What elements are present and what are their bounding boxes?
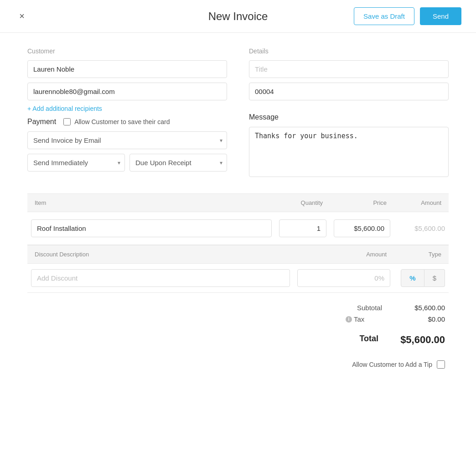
table-row: $5,600.00: [27, 212, 449, 245]
discount-table: Discount Description Amount Type % $: [27, 245, 449, 292]
tax-label: Tax: [354, 315, 364, 323]
main-content: Customer + Add additional recipients Pay…: [0, 33, 476, 383]
tax-value: $0.00: [404, 315, 445, 323]
terms-select[interactable]: Due Upon Receipt Net 15 Net 30 Net 60: [129, 154, 227, 172]
invoice-number-input[interactable]: [249, 83, 449, 100]
customer-inputs: + Add additional recipients: [27, 60, 227, 112]
close-icon: ×: [19, 11, 25, 21]
customer-section: Customer + Add additional recipients Pay…: [27, 47, 227, 179]
discount-desc-cell: [27, 264, 294, 293]
discount-desc-input[interactable]: [31, 269, 290, 287]
message-section: Message Thanks for your business.: [249, 113, 449, 179]
payment-method-wrapper: Send Invoice by Email Send by SMS Send b…: [27, 131, 227, 149]
terms-select-wrapper: Due Upon Receipt Net 15 Net 30 Net 60 ▾: [129, 154, 227, 172]
type-buttons: % $: [398, 269, 445, 287]
discount-table-header: Discount Description Amount Type: [27, 245, 449, 264]
tax-row: i Tax $0.00: [299, 315, 445, 323]
amount-col-header: Amount: [394, 194, 449, 212]
add-recipients-link[interactable]: + Add additional recipients: [27, 105, 227, 112]
customer-label: Customer: [27, 47, 227, 55]
allow-tip-label: Allow Customer to Add a Tip: [352, 361, 432, 368]
allow-tip-section: Allow Customer to Add a Tip: [27, 360, 449, 369]
qty-col-header: Quantity: [275, 194, 330, 212]
item-name-cell: [27, 212, 275, 245]
top-section: Customer + Add additional recipients Pay…: [27, 47, 449, 179]
save-card-label[interactable]: Allow Customer to save their card: [63, 118, 170, 125]
total-row: Total $5,600.00: [299, 334, 445, 346]
total-value: $5,600.00: [400, 334, 445, 346]
page-title: New Invoice: [208, 10, 268, 23]
timing-select-wrapper: Send Immediately Schedule for Later ▾: [27, 154, 125, 172]
discount-type-col-header: Type: [394, 245, 449, 264]
close-button[interactable]: ×: [15, 9, 29, 24]
timing-select[interactable]: Send Immediately Schedule for Later: [27, 154, 125, 172]
item-col-header: Item: [27, 194, 275, 212]
discount-amount-cell: [294, 264, 394, 293]
details-inputs: [249, 60, 449, 100]
customer-email-input[interactable]: [27, 83, 227, 100]
total-label: Total: [342, 334, 378, 346]
header-actions: Save as Draft Send: [354, 7, 461, 25]
save-draft-button[interactable]: Save as Draft: [354, 7, 414, 25]
message-label: Message: [249, 113, 449, 121]
items-table-body: $5,600.00: [27, 212, 449, 245]
discount-table-body: % $: [27, 264, 449, 293]
payment-method-select[interactable]: Send Invoice by Email Send by SMS Send b…: [27, 131, 227, 149]
discount-type-cell: % $: [394, 264, 449, 293]
items-table-header: Item Quantity Price Amount: [27, 194, 449, 212]
message-textarea[interactable]: Thanks for your business.: [249, 127, 449, 177]
item-qty-cell: [275, 212, 330, 245]
subtotal-row: Subtotal $5,600.00: [299, 304, 445, 312]
item-price-input[interactable]: [334, 219, 390, 237]
details-label: Details: [249, 47, 449, 55]
item-price-cell: [330, 212, 394, 245]
items-table: Item Quantity Price Amount $5,600.00: [27, 193, 449, 245]
item-qty-input[interactable]: [279, 219, 326, 237]
price-col-header: Price: [330, 194, 394, 212]
send-button[interactable]: Send: [420, 7, 461, 25]
discount-desc-col-header: Discount Description: [27, 245, 294, 264]
header: × New Invoice Save as Draft Send: [0, 0, 476, 33]
payment-section: Payment Allow Customer to save their car…: [27, 118, 227, 172]
discount-amount-input[interactable]: [297, 269, 390, 287]
dollar-type-button[interactable]: $: [424, 269, 445, 287]
divider-2: [27, 292, 449, 293]
subtotal-value: $5,600.00: [404, 304, 445, 312]
payment-selects-row: Send Immediately Schedule for Later ▾ Du…: [27, 154, 227, 172]
allow-tip-checkbox[interactable]: [437, 360, 445, 369]
item-amount-cell: $5,600.00: [394, 212, 449, 245]
details-message-section: Details Message Thanks for your business…: [249, 47, 449, 179]
payment-header: Payment Allow Customer to save their car…: [27, 118, 227, 126]
item-name-input[interactable]: [31, 219, 272, 237]
customer-name-input[interactable]: [27, 60, 227, 78]
save-card-text: Allow Customer to save their card: [74, 118, 170, 125]
payment-label: Payment: [27, 118, 56, 126]
title-input[interactable]: [249, 60, 449, 78]
percent-type-button[interactable]: %: [401, 269, 424, 287]
totals-section: Subtotal $5,600.00 i Tax $0.00 Total $5,…: [27, 304, 449, 349]
tax-info-icon: i: [346, 316, 352, 323]
save-card-checkbox[interactable]: [63, 118, 71, 125]
tax-label-wrap: i Tax: [346, 315, 382, 323]
discount-amount-col-header: Amount: [294, 245, 394, 264]
subtotal-label: Subtotal: [346, 304, 382, 312]
discount-row: % $: [27, 264, 449, 293]
